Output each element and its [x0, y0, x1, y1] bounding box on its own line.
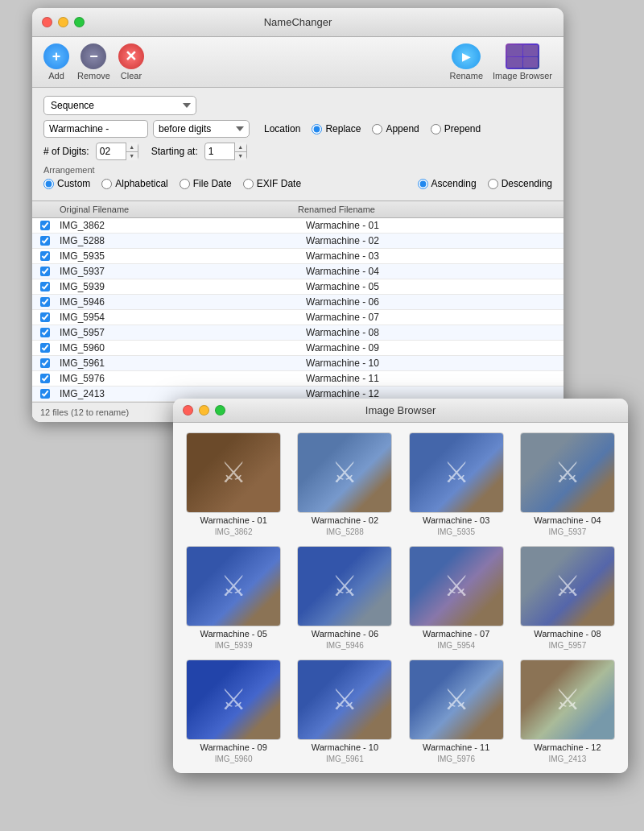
image-browser-icon — [506, 43, 539, 69]
file-renamed: Warmachine - 01 — [306, 220, 555, 231]
remove-icon: − — [80, 43, 106, 69]
starting-input[interactable] — [205, 143, 234, 159]
ib-item-name: Warmachine - 06 — [312, 629, 378, 639]
ib-item-orig: IMG_5937 — [549, 527, 587, 536]
starting-up[interactable]: ▲ — [235, 143, 246, 152]
ib-item[interactable]: Warmachine - 10 IMG_5961 — [294, 659, 395, 763]
order-desc[interactable]: Descending — [488, 178, 552, 189]
mini-figure — [410, 547, 503, 626]
file-checkbox[interactable] — [40, 328, 50, 337]
ib-maximize-button[interactable] — [215, 405, 225, 416]
file-checkbox[interactable] — [40, 282, 50, 291]
file-original: IMG_5976 — [56, 373, 306, 384]
mini-figure — [521, 433, 614, 512]
image-browser-label: Image Browser — [493, 71, 552, 81]
mini-figure — [410, 433, 503, 512]
file-checkbox[interactable] — [40, 267, 50, 276]
ib-content: Warmachine - 01 IMG_3862 Warmachine - 02… — [173, 423, 628, 773]
mini-figure — [187, 547, 280, 626]
table-row: IMG_5976 Warmachine - 11 — [32, 371, 564, 387]
rename-button[interactable]: Rename — [449, 43, 483, 81]
mini-figure — [187, 660, 280, 739]
arr-exif[interactable]: EXIF Date — [243, 178, 301, 189]
main-titlebar: NameChanger — [32, 8, 564, 37]
maximize-button[interactable] — [74, 17, 85, 27]
ib-item[interactable]: Warmachine - 11 IMG_5976 — [406, 659, 507, 763]
ib-item-orig: IMG_5954 — [437, 641, 475, 650]
ib-traffic-lights — [183, 405, 225, 416]
arr-custom[interactable]: Custom — [43, 178, 90, 189]
location-replace[interactable]: Replace — [312, 123, 361, 134]
ib-item[interactable]: Warmachine - 12 IMG_2413 — [517, 659, 618, 763]
ib-thumbnail — [186, 546, 281, 626]
file-original: IMG_2413 — [56, 388, 306, 399]
arr-filedate[interactable]: File Date — [180, 178, 232, 189]
location-append[interactable]: Append — [372, 123, 419, 134]
ib-item-orig: IMG_5957 — [549, 641, 587, 650]
clear-label: Clear — [121, 71, 142, 81]
ib-item[interactable]: Warmachine - 01 IMG_3862 — [183, 432, 284, 536]
ib-item-name: Warmachine - 02 — [312, 515, 378, 525]
ib-item-name: Warmachine - 07 — [423, 629, 489, 639]
starting-stepper: ▲ ▼ — [234, 143, 246, 160]
digits-down[interactable]: ▼ — [126, 152, 138, 161]
close-button[interactable] — [42, 17, 52, 27]
arrangement-title: Arrangement — [43, 165, 552, 175]
ib-item[interactable]: Warmachine - 05 IMG_5939 — [183, 546, 284, 650]
mini-figure — [298, 547, 391, 626]
file-checkbox[interactable] — [40, 312, 50, 322]
file-checkbox[interactable] — [40, 374, 50, 383]
file-checkbox[interactable] — [40, 297, 50, 307]
ib-item[interactable]: Warmachine - 02 IMG_5288 — [294, 432, 395, 536]
order-asc[interactable]: Ascending — [418, 178, 477, 189]
file-checkbox[interactable] — [40, 251, 50, 261]
starting-down[interactable]: ▼ — [235, 152, 246, 161]
traffic-lights — [42, 17, 85, 27]
image-browser-window: Image Browser Warmachine - 01 IMG_3862 W… — [173, 399, 628, 773]
arr-alpha[interactable]: Alphabetical — [101, 178, 167, 189]
table-row: IMG_5939 Warmachine - 05 — [32, 279, 564, 295]
arrangement-row: Custom Alphabetical File Date EXIF Date — [43, 178, 552, 189]
file-checkbox[interactable] — [40, 358, 50, 368]
ib-item-name: Warmachine - 03 — [423, 515, 489, 525]
table-row: IMG_5961 Warmachine - 10 — [32, 356, 564, 371]
file-checkbox[interactable] — [40, 221, 50, 230]
file-original: IMG_3862 — [56, 220, 306, 231]
ib-item[interactable]: Warmachine - 08 IMG_5957 — [517, 546, 618, 650]
position-select[interactable]: before digits after digits — [153, 120, 250, 138]
clear-button[interactable]: ✕ Clear — [118, 43, 144, 81]
file-original: IMG_5954 — [56, 312, 306, 323]
image-browser-button[interactable]: Image Browser — [493, 43, 552, 81]
ib-item-orig: IMG_5961 — [326, 755, 364, 763]
ib-thumbnail — [297, 659, 392, 740]
mini-figure — [298, 660, 391, 739]
digits-up[interactable]: ▲ — [126, 143, 138, 152]
file-checkbox[interactable] — [40, 343, 50, 353]
file-checkbox[interactable] — [40, 236, 50, 246]
ib-item[interactable]: Warmachine - 07 IMG_5954 — [406, 546, 507, 650]
digits-stepper-wrapper: ▲ ▼ — [96, 143, 138, 160]
prefix-input[interactable] — [43, 120, 148, 138]
ib-item[interactable]: Warmachine - 03 IMG_5935 — [406, 432, 507, 536]
ib-item-name: Warmachine - 10 — [312, 742, 378, 752]
mini-figure — [298, 433, 391, 512]
file-checkbox[interactable] — [40, 389, 50, 399]
ib-item[interactable]: Warmachine - 04 IMG_5937 — [517, 432, 618, 536]
ib-item[interactable]: Warmachine - 06 IMG_5946 — [294, 546, 395, 650]
minimize-button[interactable] — [58, 17, 68, 27]
controls-area: Sequence before digits after digits Loca… — [32, 88, 564, 201]
add-button[interactable]: + Add — [43, 43, 69, 81]
ib-item-orig: IMG_2413 — [549, 755, 587, 763]
file-renamed: Warmachine - 11 — [306, 373, 555, 384]
ib-close-button[interactable] — [183, 405, 193, 416]
digits-input[interactable] — [97, 143, 126, 159]
mini-figure — [187, 433, 280, 512]
ib-item[interactable]: Warmachine - 09 IMG_5960 — [183, 659, 284, 763]
sequence-select[interactable]: Sequence — [43, 96, 196, 115]
location-prepend[interactable]: Prepend — [431, 123, 481, 134]
ib-thumbnail — [520, 546, 615, 626]
file-rows-container: IMG_3862 Warmachine - 01 IMG_5288 Warmac… — [32, 218, 564, 402]
ib-minimize-button[interactable] — [199, 405, 209, 416]
remove-button[interactable]: − Remove — [77, 43, 110, 81]
mini-figure — [410, 660, 503, 739]
